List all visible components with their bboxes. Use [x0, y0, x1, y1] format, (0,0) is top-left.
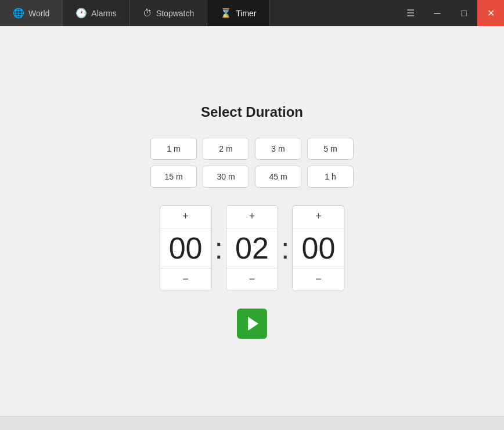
hours-decrement-button[interactable]: − — [160, 268, 211, 291]
duration-grid: 1 m 2 m 3 m 5 m 15 m 30 m 45 m 1 h — [150, 138, 354, 188]
tab-alarms-label: Alarms — [91, 9, 117, 18]
hamburger-button[interactable]: ☰ — [397, 0, 424, 26]
minimize-icon: ─ — [434, 8, 440, 19]
maximize-icon: □ — [461, 8, 467, 19]
hours-segment: + 00 − — [160, 205, 212, 291]
duration-45m[interactable]: 45 m — [255, 166, 301, 188]
titlebar: 🌐 World 🕐 Alarms ⏱ Stopwatch ⌛ Timer ☰ ─… — [0, 0, 504, 26]
play-icon — [248, 317, 258, 331]
window-controls: ☰ ─ □ ✕ — [397, 0, 504, 26]
tab-timer-label: Timer — [236, 9, 256, 18]
page-title: Select Duration — [201, 104, 303, 120]
duration-1h[interactable]: 1 h — [307, 166, 354, 188]
close-icon: ✕ — [487, 8, 495, 19]
timer-icon: ⌛ — [220, 8, 232, 19]
minutes-increment-button[interactable]: + — [226, 206, 278, 228]
duration-1m[interactable]: 1 m — [150, 138, 197, 160]
duration-2m[interactable]: 2 m — [203, 138, 249, 160]
hamburger-icon: ☰ — [406, 8, 415, 19]
seconds-value: 00 — [293, 228, 344, 268]
main-content: Select Duration 1 m 2 m 3 m 5 m 15 m 30 … — [0, 26, 504, 416]
minutes-decrement-button[interactable]: − — [226, 268, 278, 291]
duration-30m[interactable]: 30 m — [203, 166, 249, 188]
stopwatch-icon: ⏱ — [143, 8, 152, 19]
play-button[interactable] — [237, 309, 267, 339]
time-picker: + 00 − : + 02 − : + 00 − — [160, 205, 345, 291]
separator-2: : — [278, 231, 292, 266]
tab-stopwatch[interactable]: ⏱ Stopwatch — [130, 0, 207, 26]
duration-3m[interactable]: 3 m — [255, 138, 301, 160]
tab-world[interactable]: 🌐 World — [0, 0, 63, 26]
tab-timer[interactable]: ⌛ Timer — [207, 0, 269, 26]
world-icon: 🌐 — [13, 8, 24, 19]
tab-world-label: World — [28, 9, 49, 18]
hours-value: 00 — [160, 228, 211, 268]
duration-15m[interactable]: 15 m — [150, 166, 197, 188]
tab-stopwatch-label: Stopwatch — [156, 9, 194, 18]
separator-1: : — [212, 231, 226, 266]
alarms-icon: 🕐 — [75, 8, 87, 19]
hours-increment-button[interactable]: + — [160, 206, 211, 228]
minimize-button[interactable]: ─ — [424, 0, 451, 26]
maximize-button[interactable]: □ — [451, 0, 477, 26]
close-button[interactable]: ✕ — [477, 0, 504, 26]
seconds-segment: + 00 − — [292, 205, 344, 291]
seconds-increment-button[interactable]: + — [293, 206, 344, 228]
bottom-bar — [0, 416, 504, 430]
tab-bar: 🌐 World 🕐 Alarms ⏱ Stopwatch ⌛ Timer — [0, 0, 270, 26]
minutes-segment: + 02 − — [226, 205, 278, 291]
duration-5m[interactable]: 5 m — [307, 138, 354, 160]
seconds-decrement-button[interactable]: − — [293, 268, 344, 291]
minutes-value: 02 — [226, 228, 278, 268]
tab-alarms[interactable]: 🕐 Alarms — [63, 0, 130, 26]
